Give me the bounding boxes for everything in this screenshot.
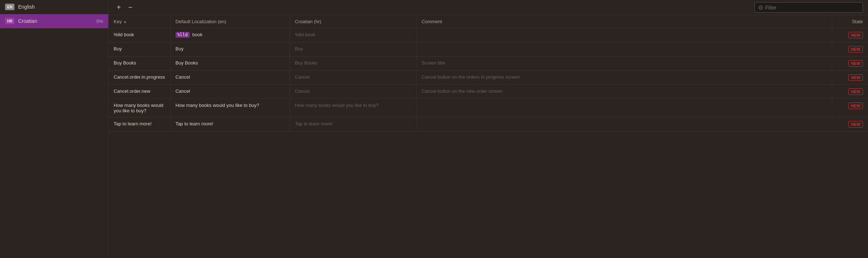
table-body: %lld book%lld book%lld bookNEWBuyBuyBuyN… <box>109 28 868 132</box>
col-header-croatian: Croatian (hr) <box>290 15 416 28</box>
sort-icon: ▲ <box>123 20 127 24</box>
col-header-default: Default Localization (en) <box>170 15 290 28</box>
table-container: Key ▲ Default Localization (en) Croatian… <box>109 15 868 258</box>
translations-table: Key ▲ Default Localization (en) Croatian… <box>109 15 868 132</box>
cell-default: Buy <box>170 42 290 57</box>
cell-key: How many books would you like to buy? <box>109 99 170 117</box>
cell-croatian: Buy Books <box>290 57 416 71</box>
table-row[interactable]: Buy BooksBuy BooksBuy BooksScreen titleN… <box>109 57 868 71</box>
croatian-badge: HR <box>5 18 14 24</box>
state-badge: NEW <box>848 88 863 95</box>
sidebar: EN English HR Croatian 0% <box>0 0 109 258</box>
cell-croatian: %lld book <box>290 28 416 42</box>
cell-state: NEW <box>832 42 868 57</box>
filter-icon: ⊙ <box>758 4 763 11</box>
cell-default: Cancel <box>170 85 290 99</box>
cell-default: Cancel <box>170 71 290 85</box>
croatian-percent: 0% <box>96 18 103 24</box>
cell-default: %lld book <box>170 28 290 42</box>
cell-croatian: Tap to learn more! <box>290 117 416 132</box>
cell-default: Buy Books <box>170 57 290 71</box>
table-row[interactable]: Cancel.order.in.progressCancelCancelCanc… <box>109 71 868 85</box>
table-row[interactable]: Tap to learn more!Tap to learn more!Tap … <box>109 117 868 132</box>
cell-key: %lld book <box>109 28 170 42</box>
state-badge: NEW <box>848 74 863 81</box>
cell-default: How many books would you like to buy? <box>170 99 290 117</box>
col-header-comment: Comment <box>416 15 832 28</box>
cell-croatian: Cancel <box>290 71 416 85</box>
state-badge: NEW <box>848 60 863 67</box>
cell-comment: Cancel button on the orders in progress … <box>416 71 832 85</box>
cell-comment: Cancel button on the new order screen <box>416 85 832 99</box>
cell-state: NEW <box>832 99 868 117</box>
cell-default: Tap to learn more! <box>170 117 290 132</box>
cell-comment: Screen title <box>416 57 832 71</box>
cell-state: NEW <box>832 117 868 132</box>
cell-comment <box>416 117 832 132</box>
highlight-badge: %lld <box>176 32 190 38</box>
state-badge: NEW <box>848 121 863 128</box>
filter-box[interactable]: ⊙ <box>754 2 863 13</box>
english-badge: EN <box>5 4 14 10</box>
table-row[interactable]: Cancel.order.newCancelCancelCancel butto… <box>109 85 868 99</box>
cell-comment <box>416 42 832 57</box>
cell-croatian: Cancel <box>290 85 416 99</box>
col-header-key: Key ▲ <box>109 15 170 28</box>
state-badge: NEW <box>848 46 863 53</box>
table-header-row: Key ▲ Default Localization (en) Croatian… <box>109 15 868 28</box>
cell-state: NEW <box>832 57 868 71</box>
col-header-state: State <box>832 15 868 28</box>
main-content: + − ⊙ Key ▲ Default Localization (en) Cr… <box>109 0 868 258</box>
table-row[interactable]: How many books would you like to buy?How… <box>109 99 868 117</box>
cell-state: NEW <box>832 85 868 99</box>
remove-button[interactable]: − <box>125 3 135 13</box>
cell-state: NEW <box>832 71 868 85</box>
cell-key: Cancel.order.in.progress <box>109 71 170 85</box>
cell-key: Buy <box>109 42 170 57</box>
cell-key: Tap to learn more! <box>109 117 170 132</box>
croatian-label: Croatian <box>18 18 96 24</box>
sidebar-item-english[interactable]: EN English <box>0 0 108 14</box>
state-badge: NEW <box>848 103 863 109</box>
add-button[interactable]: + <box>114 3 124 13</box>
filter-input[interactable] <box>765 5 856 11</box>
cell-key: Cancel.order.new <box>109 85 170 99</box>
cell-croatian: Buy <box>290 42 416 57</box>
english-label: English <box>18 4 103 10</box>
cell-state: NEW <box>832 28 868 42</box>
table-row[interactable]: %lld book%lld book%lld bookNEW <box>109 28 868 42</box>
sidebar-item-croatian[interactable]: HR Croatian 0% <box>0 14 108 28</box>
cell-croatian: How many books would you like to buy? <box>290 99 416 117</box>
table-row[interactable]: BuyBuyBuyNEW <box>109 42 868 57</box>
cell-comment <box>416 99 832 117</box>
state-badge: NEW <box>848 32 863 38</box>
cell-key: Buy Books <box>109 57 170 71</box>
cell-comment <box>416 28 832 42</box>
toolbar: + − ⊙ <box>109 0 868 15</box>
